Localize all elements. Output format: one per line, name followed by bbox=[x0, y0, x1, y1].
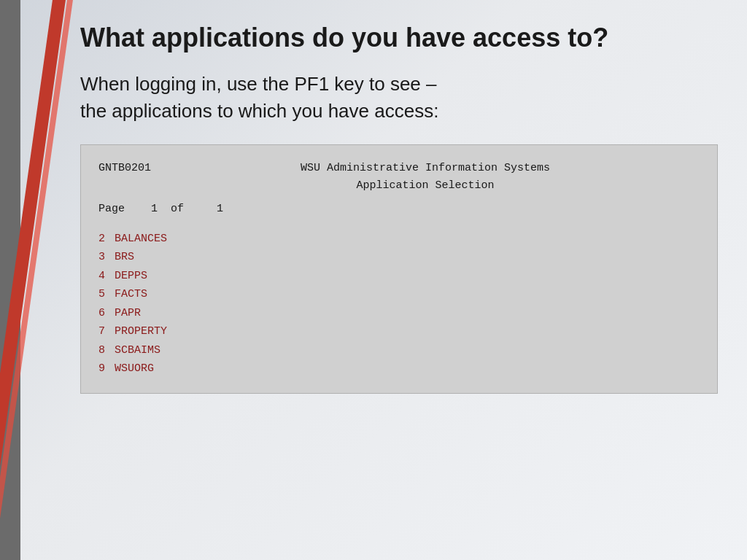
terminal-system-id: GNTB0201 bbox=[98, 160, 151, 177]
app-number: 9 bbox=[98, 362, 105, 375]
list-item: 4 DEPPS bbox=[98, 267, 700, 286]
page-total: 1 bbox=[217, 203, 223, 215]
app-number: 4 bbox=[98, 270, 105, 282]
list-item: 6 PAPR bbox=[98, 304, 700, 323]
page-label: Page bbox=[98, 203, 125, 215]
app-name: WSUORG bbox=[115, 362, 154, 375]
list-item: 5 FACTS bbox=[98, 285, 700, 304]
list-item: 9 WSUORG bbox=[98, 359, 700, 378]
page-title: What applications do you have access to? bbox=[80, 22, 718, 53]
subtitle-line1: When logging in, use the PF1 key to see … bbox=[80, 73, 437, 95]
app-number: 6 bbox=[98, 307, 105, 319]
app-number: 3 bbox=[98, 251, 105, 263]
app-number: 7 bbox=[98, 325, 105, 338]
app-name: BRS bbox=[115, 251, 134, 263]
list-item: 2 BALANCES bbox=[98, 230, 700, 249]
list-item: 7 PROPERTY bbox=[98, 322, 700, 341]
main-content: What applications do you have access to?… bbox=[58, 0, 747, 560]
terminal-title-block: WSU Administrative Information Systems A… bbox=[151, 160, 700, 195]
app-name: PAPR bbox=[115, 307, 141, 319]
app-name: BALANCES bbox=[115, 233, 167, 245]
list-item: 8 SCBAIMS bbox=[98, 341, 700, 360]
subtitle-line2: the applications to which you have acces… bbox=[80, 100, 438, 122]
page-current: 1 bbox=[151, 203, 158, 215]
terminal-header-line1: WSU Administrative Information Systems bbox=[151, 160, 700, 177]
list-item: 3 BRS bbox=[98, 248, 700, 267]
app-name: SCBAIMS bbox=[115, 344, 160, 357]
application-list: 2 BALANCES3 BRS4 DEPPS5 FACTS6 PAPR7 PRO… bbox=[98, 230, 700, 378]
terminal-box: GNTB0201 WSU Administrative Information … bbox=[80, 144, 718, 394]
subtitle: When logging in, use the PF1 key to see … bbox=[80, 71, 718, 124]
app-name: DEPPS bbox=[115, 270, 147, 282]
terminal-page-line: Page 1 of 1 bbox=[98, 201, 700, 218]
terminal-header-line2: Application Selection bbox=[151, 177, 700, 195]
app-number: 2 bbox=[98, 233, 105, 245]
app-name: FACTS bbox=[115, 288, 147, 300]
page-of: of bbox=[171, 203, 184, 215]
app-number: 5 bbox=[98, 288, 105, 300]
terminal-header-row: GNTB0201 WSU Administrative Information … bbox=[98, 160, 700, 195]
decorative-stripes bbox=[0, 0, 58, 560]
app-number: 8 bbox=[98, 344, 105, 357]
app-name: PROPERTY bbox=[115, 325, 167, 338]
